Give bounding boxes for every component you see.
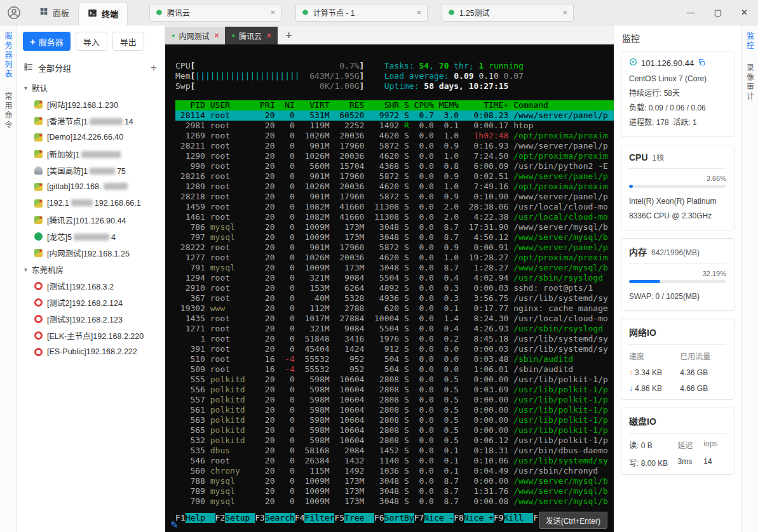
send-button[interactable]: 发送(Ctrl+Enter) (539, 512, 607, 529)
session-tab[interactable]: 计算节点 - 1× (295, 4, 428, 22)
session-tab[interactable]: 1.25测试× (442, 4, 574, 22)
import-button[interactable]: 导入 (76, 32, 107, 51)
process-row[interactable]: 28216root200901M179605872S0.00.90:02.51/… (175, 171, 614, 182)
process-row[interactable]: 535dbus2005816820841452S0.00.10:18.31/us… (175, 446, 614, 456)
group-row[interactable]: ▾东莞机房 (17, 261, 165, 277)
fkey-f7[interactable]: F7Nice - (414, 513, 454, 523)
process-row[interactable]: 786mysql2001009M173M3048S0.08.717:31.90/… (175, 222, 614, 232)
terminal-tab[interactable]: ●腾讯云× (225, 27, 277, 44)
process-row[interactable]: 367root20040M53284936S0.00.33:56.75/usr/… (175, 293, 614, 303)
tab-terminal[interactable]: 终端 (78, 2, 128, 25)
server-item[interactable]: [新加坡]1 (17, 145, 165, 162)
process-row[interactable]: 1294root200321M90845504S0.00.44:02.94/us… (175, 273, 614, 283)
fkey-f2[interactable]: F2Setup (215, 513, 255, 523)
fkey-f5[interactable]: F5Tree (334, 513, 374, 523)
close-icon[interactable]: × (267, 31, 271, 40)
server-item[interactable]: [腾讯云]101.126.90.44 (17, 211, 165, 228)
server-item[interactable]: [ES-Public]192.168.2.222 (17, 343, 165, 360)
tab-dashboard[interactable]: 面板 (30, 0, 78, 25)
close-icon[interactable]: × (270, 8, 275, 17)
process-row[interactable]: 1271root200321M90845504S0.00.44:26.93/us… (175, 324, 614, 334)
add-server-button[interactable]: + 服务器 (23, 32, 71, 51)
close-icon[interactable]: × (416, 8, 421, 17)
server-item[interactable]: [美国高防]175 (17, 162, 165, 178)
export-button[interactable]: 导出 (112, 32, 144, 51)
process-row[interactable]: 1435root2001017M2788410004S0.01.48:24.30… (175, 314, 614, 324)
group-name: 东莞机房 (32, 263, 64, 276)
process-row[interactable]: 1461root2001082M4166011308S0.02.04:22.38… (175, 212, 614, 222)
group-row[interactable]: ▾默认 (17, 79, 165, 96)
process-row[interactable]: 565polkitd200598M106042808S0.00.50:00.00… (175, 425, 614, 436)
process-row[interactable]: 28222root200901M179605872S0.00.90:00.91/… (175, 243, 614, 253)
dashboard-icon (39, 7, 48, 18)
fkey-f8[interactable]: F8Nice + (454, 513, 494, 523)
process-row[interactable]: 790mysql2001009M173M3048S0.08.70:00.08/w… (175, 496, 614, 507)
fkey-f3[interactable]: F3Search (255, 513, 295, 523)
close-icon[interactable]: × (562, 8, 567, 17)
process-row[interactable]: 510root16-455532952504S0.00.00:03.48/sbi… (175, 354, 614, 364)
server-item[interactable]: [Demo]124.226.66.40 (17, 129, 165, 145)
fkey-f4[interactable]: F4Filter (295, 513, 335, 523)
process-row[interactable]: 1277root2001026M200364620S0.01.019:28.27… (175, 253, 614, 263)
user-avatar-icon[interactable] (6, 5, 22, 20)
server-item[interactable]: [香港节点]114 (17, 112, 165, 129)
rail-common-commands[interactable]: 常用命令 (3, 92, 13, 130)
close-icon[interactable]: × (214, 31, 219, 40)
new-tab-button[interactable]: + (285, 29, 292, 41)
server-item[interactable]: [gitlab]192.168. (17, 178, 165, 195)
process-row[interactable]: 2910root200153M62644892S0.00.30:00.03ssh… (175, 283, 614, 293)
process-row[interactable]: 990root200560M157044368S0.00.86:00.09/us… (175, 161, 614, 171)
process-row[interactable]: 546root2002638414321140S0.00.10:10.06/us… (175, 456, 614, 466)
process-row[interactable]: 791mysql2001009M173M3048S0.08.71:28.27/w… (175, 263, 614, 273)
process-row[interactable]: 563polkitd200598M106042808S0.00.50:00.00… (175, 415, 614, 425)
process-row[interactable]: 28114root200531M605209972S0.73.00:08.23/… (175, 110, 614, 121)
process-row[interactable]: 1290root2001026M200364620S0.01.07:24.50/… (175, 151, 614, 161)
add-group-icon[interactable]: + (151, 62, 157, 73)
process-row[interactable]: 797mysql2001009M173M3048S0.08.74:50.12/w… (175, 232, 614, 243)
server-item[interactable]: [测试3]192.168.2.123 (17, 310, 165, 327)
close-window-button[interactable]: ✕ (741, 8, 748, 17)
process-row[interactable]: 532polkitd200598M106042808S0.00.50:06.12… (175, 436, 614, 446)
process-row[interactable]: 555polkitd200598M106042808S0.00.50:00.00… (175, 375, 614, 385)
process-row[interactable]: 788mysql2001009M173M3048S0.08.70:00.00/w… (175, 476, 614, 486)
edit-pencil-icon[interactable]: ✎ (170, 520, 179, 530)
rail-recording-audit[interactable]: 录像审计 (745, 63, 755, 102)
process-row[interactable]: 1root2005184834161976S0.00.28:45.18/usr/… (175, 334, 614, 344)
process-row[interactable]: 557polkitd200598M106042808S0.00.50:00.00… (175, 395, 614, 405)
server-item[interactable]: [内网测试]192.168.1.25 (17, 244, 165, 261)
process-row[interactable]: 509root16-455532952504S0.00.01:06.01/sbi… (175, 364, 614, 375)
process-row[interactable]: 391root200454041424912S0.00.00:00.03/usr… (175, 344, 614, 354)
server-item[interactable]: [ELK-主节点]192.168.2.220 (17, 327, 165, 343)
fkey-f1[interactable]: F1Help (175, 513, 215, 523)
server-item[interactable]: [测试2]192.168.2.124 (17, 294, 165, 310)
process-row[interactable]: 1289root2001026M200364620S0.01.07:49.16/… (175, 182, 614, 192)
cpu-percent: 3.66% (629, 175, 726, 182)
process-row[interactable]: 560chrony200115M14921036S0.00.10:04.49/u… (175, 466, 614, 476)
terminal-tab[interactable]: ●内网测试× (165, 27, 225, 44)
rail-monitor[interactable]: 监控 (745, 32, 755, 51)
server-item[interactable]: [网站]192.168.1.230 (17, 96, 165, 112)
process-row[interactable]: 19302www200112M2788620S0.00.10:17.77ngin… (175, 303, 614, 314)
process-row[interactable]: 28211root200901M179605872S0.00.90:16.93/… (175, 141, 614, 151)
session-tab[interactable]: 腾讯云× (149, 4, 281, 22)
process-row[interactable]: 28218root200901M179605872S0.00.90:10.90/… (175, 192, 614, 202)
terminal-screen[interactable]: CPU[0.7%]Mem[|||||||||||||||||||||643M/1… (165, 44, 614, 532)
server-item[interactable]: [测试1]192.168.3.2 (17, 277, 165, 294)
process-row[interactable]: 1459root2001082M4166011308S0.02.028:38.0… (175, 202, 614, 212)
terminal-column: ●内网测试×●腾讯云×+ CPU[0.7%]Mem[||||||||||||||… (165, 25, 614, 532)
fkey-f6[interactable]: F6SortBy (374, 513, 414, 523)
process-row[interactable]: 789mysql2001009M173M3048S0.08.71:31.76/w… (175, 486, 614, 496)
fkey-f9[interactable]: F9Kill (494, 513, 534, 523)
server-item[interactable]: [192.1192.168.66.1 (17, 195, 165, 211)
process-row[interactable]: 561polkitd200598M106042808S0.00.50:00.00… (175, 405, 614, 415)
rail-server-list[interactable]: 服务器列表 (3, 32, 13, 79)
process-row[interactable]: 556polkitd200598M106042808S0.00.50:03.69… (175, 385, 614, 395)
server-label: [192.1192.168.66.1 (47, 199, 141, 208)
minimize-button[interactable]: — (687, 8, 695, 17)
process-row[interactable]: 1269root2001026M200364620S0.01.01h02:48/… (175, 131, 614, 141)
all-groups-row[interactable]: 全部分组 + (17, 57, 165, 78)
maximize-button[interactable]: ▢ (714, 8, 722, 17)
process-row[interactable]: 2981root200119M22521492R0.00.10:00.17hto… (175, 121, 614, 131)
server-item[interactable]: [龙芯]54 (17, 228, 165, 244)
copy-icon[interactable] (698, 58, 705, 68)
